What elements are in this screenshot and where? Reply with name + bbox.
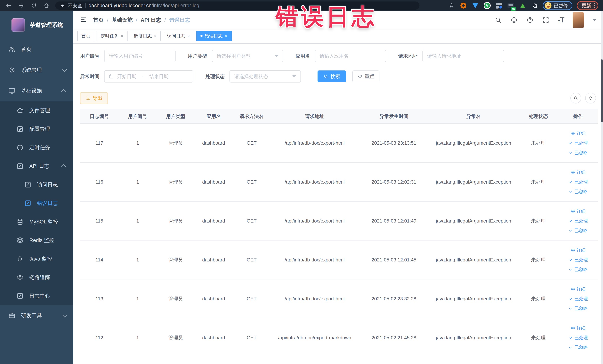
sidebar-item-label: 定时任务 [29, 144, 50, 151]
action-processed[interactable]: 已处理 [568, 179, 588, 185]
refresh-table-button[interactable] [585, 93, 596, 104]
sidebar-item-文件管理[interactable]: 文件管理 [0, 101, 73, 120]
sidebar-item-错误日志[interactable]: 错误日志 [0, 194, 73, 212]
extension-proxy-icon[interactable]: on [507, 2, 515, 9]
action-ignored[interactable]: 已忽略 [568, 344, 588, 350]
sidebar-logo[interactable]: 芋道管理系统 [0, 11, 73, 39]
tab-调度日志[interactable]: 调度日志× [130, 31, 161, 41]
check-icon [568, 141, 573, 145]
action-ignored[interactable]: 已忽略 [568, 227, 588, 234]
extensions-puzzle-icon[interactable] [531, 2, 538, 9]
bookmark-star-icon[interactable] [448, 2, 455, 9]
extension-shield-icon[interactable] [472, 2, 479, 9]
action-detail[interactable]: 详细 [571, 325, 586, 331]
action-ignored[interactable]: 已忽略 [568, 305, 588, 311]
browser-home-button[interactable] [43, 2, 50, 9]
reset-button[interactable]: 重置 [352, 70, 380, 82]
github-icon[interactable] [510, 16, 518, 24]
sidebar-item-系统管理[interactable]: 系统管理 [0, 60, 73, 81]
app-name-input[interactable] [315, 50, 386, 62]
tab-close-icon[interactable]: × [154, 34, 157, 38]
filter-app-name: 应用名 [295, 50, 386, 62]
export-button[interactable]: 导出 [80, 92, 108, 104]
search-button[interactable]: 搜索 [318, 70, 346, 82]
action-ignored[interactable]: 已忽略 [568, 150, 588, 156]
avatar-caret-icon[interactable] [592, 19, 596, 21]
sidebar-item-研发工具[interactable]: 研发工具 [0, 305, 73, 326]
action-detail[interactable]: 详细 [571, 286, 586, 292]
tab-close-icon[interactable]: × [121, 34, 123, 38]
action-processed[interactable]: 已处理 [568, 140, 588, 146]
action-processed[interactable]: 已处理 [568, 218, 588, 224]
filter-exception-time: 异常时间 开始日期 - 结束日期 [80, 70, 193, 82]
sidebar-item-链路追踪[interactable]: 链路追踪 [0, 268, 73, 287]
extension-donut-icon[interactable] [460, 2, 467, 9]
extension-badge: on [511, 7, 516, 11]
action-detail[interactable]: 详细 [571, 208, 586, 214]
action-processed[interactable]: 已处理 [568, 296, 588, 302]
sidebar-item-配置管理[interactable]: 配置管理 [0, 120, 73, 138]
fullscreen-icon[interactable] [542, 16, 550, 24]
browser-reload-button[interactable] [30, 2, 37, 9]
browser-profile-button[interactable]: 已暂停 [543, 1, 572, 10]
db-icon [16, 218, 24, 225]
action-ignored[interactable]: 已忽略 [568, 188, 588, 195]
breadcrumb-item[interactable]: 首页 [93, 16, 104, 23]
action-detail[interactable]: 详细 [571, 247, 586, 253]
cell-actions: 详细已处理已忽略 [559, 208, 598, 234]
cell-app_name: dashboard [195, 335, 233, 341]
cell-app_name: dashboard [195, 296, 233, 302]
cell-status: 未处理 [518, 218, 559, 224]
sidebar-item-Java 监控[interactable]: Java 监控 [0, 250, 73, 268]
help-icon[interactable] [526, 16, 534, 24]
action-detail[interactable]: 详细 [571, 169, 586, 175]
font-size-icon[interactable]: TT [558, 16, 564, 23]
process-status-select[interactable]: 请选择处理状态 [230, 70, 301, 82]
date-range-picker[interactable]: 开始日期 - 结束日期 [104, 70, 193, 82]
action-processed[interactable]: 已处理 [568, 335, 588, 341]
eye-icon [571, 248, 575, 252]
sidebar-item-Redis 监控[interactable]: Redis 监控 [0, 231, 73, 250]
action-detail[interactable]: 详细 [571, 130, 586, 136]
window-scrollbar[interactable] [601, 11, 603, 364]
scrollbar-thumb[interactable] [601, 59, 603, 122]
extension-plant-icon[interactable] [519, 2, 526, 9]
sidebar-item-API 日志[interactable]: API 日志 [0, 157, 73, 176]
stack-icon [16, 237, 24, 244]
tab-首页[interactable]: 首页 [77, 31, 94, 41]
user-avatar[interactable] [573, 12, 584, 28]
hamburger-icon[interactable] [80, 16, 88, 24]
browser-update-button[interactable]: 更新 [577, 1, 598, 10]
search-icon[interactable] [494, 16, 502, 24]
sidebar-item-日志中心[interactable]: 日志中心 [0, 287, 73, 305]
extension-grid-icon[interactable] [495, 2, 503, 9]
tab-访问日志[interactable]: 访问日志× [163, 31, 194, 41]
cell-url: /api/infra/db-doc/export-markdown [271, 335, 359, 341]
table-row: 1161管理员dashboardGET/api/infra/db-doc/exp… [80, 163, 598, 201]
tab-定时任务[interactable]: 定时任务× [97, 31, 128, 41]
toggle-search-button[interactable] [570, 93, 581, 104]
action-processed[interactable]: 已处理 [568, 257, 588, 263]
sidebar-item-基础设施[interactable]: 基础设施 [0, 81, 73, 101]
tab-close-icon[interactable]: × [187, 34, 190, 38]
breadcrumb-item[interactable]: API 日志 [141, 16, 161, 23]
breadcrumb-item[interactable]: 基础设施 [112, 16, 133, 23]
browser-menu-icon[interactable] [594, 3, 595, 8]
tab-错误日志[interactable]: 错误日志× [196, 31, 232, 41]
security-label: 不安全 [68, 2, 82, 9]
extension-v-icon[interactable]: V [483, 2, 491, 9]
sidebar-item-label: 配置管理 [29, 126, 50, 133]
page-url: dashboard.yudao.iocoder.cn/infra/log/api… [89, 3, 199, 9]
sidebar-item-MySQL 监控[interactable]: MySQL 监控 [0, 212, 73, 231]
request-url-input[interactable] [422, 50, 504, 62]
browser-back-button[interactable] [5, 2, 12, 9]
sidebar-item-首页[interactable]: 首页 [0, 39, 73, 60]
tab-close-icon[interactable]: × [225, 34, 228, 38]
browser-forward-button[interactable] [17, 2, 25, 9]
sidebar-item-定时任务[interactable]: 定时任务 [0, 138, 73, 157]
sidebar-item-访问日志[interactable]: 访问日志 [0, 176, 73, 194]
user-type-select[interactable]: 请选择用户类型 [212, 50, 283, 62]
action-ignored[interactable]: 已忽略 [568, 267, 588, 272]
cell-actions: 详细已处理已忽略 [559, 325, 598, 350]
user-id-input[interactable] [104, 50, 175, 62]
